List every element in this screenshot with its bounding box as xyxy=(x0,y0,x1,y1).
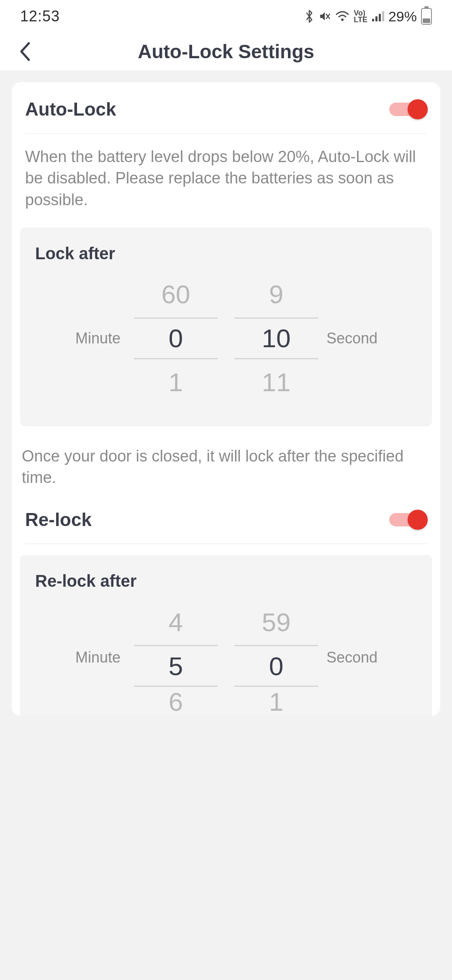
relock-after-block: Re-lock after Minute 4 5 6 59 0 1 Second xyxy=(20,555,432,716)
minute-selected: 5 xyxy=(134,645,218,687)
battery-percent: 29% xyxy=(388,8,417,25)
relock-after-title: Re-lock after xyxy=(33,572,419,591)
mute-icon xyxy=(318,10,331,23)
minute-prev: 60 xyxy=(162,271,190,317)
status-icons: Vo)LTE 29% xyxy=(304,8,432,25)
relock-after-picker[interactable]: Minute 4 5 6 59 0 1 Second xyxy=(33,599,419,716)
status-time: 12:53 xyxy=(20,8,60,25)
minute-prev: 4 xyxy=(169,599,183,645)
lock-after-block: Lock after Minute 60 0 1 9 10 11 Second xyxy=(20,227,432,426)
battery-icon xyxy=(421,8,432,25)
page-title: Auto-Lock Settings xyxy=(0,40,452,63)
minute-next: 1 xyxy=(169,359,183,405)
autolock-toggle[interactable] xyxy=(389,99,427,119)
status-bar: 12:53 Vo)LTE 29% xyxy=(0,0,452,33)
svg-rect-6 xyxy=(382,11,384,21)
second-picker[interactable]: 59 0 1 xyxy=(234,599,318,716)
second-label: Second xyxy=(326,649,393,666)
second-prev: 9 xyxy=(269,271,283,317)
minute-picker[interactable]: 60 0 1 xyxy=(134,271,218,405)
minute-next: 6 xyxy=(169,687,183,716)
minute-selected: 0 xyxy=(134,317,218,359)
header: Auto-Lock Settings xyxy=(0,33,452,70)
bluetooth-icon xyxy=(304,9,314,23)
relock-row: Re-lock xyxy=(12,501,440,544)
second-next: 1 xyxy=(269,687,283,716)
page-body: Auto-Lock When the battery level drops b… xyxy=(0,70,452,980)
second-picker[interactable]: 9 10 11 xyxy=(234,271,318,405)
autolock-row: Auto-Lock xyxy=(12,82,440,133)
autolock-label: Auto-Lock xyxy=(25,99,116,120)
signal-icon xyxy=(372,10,384,22)
volte-icon: Vo)LTE xyxy=(354,10,367,23)
back-button[interactable] xyxy=(13,39,38,64)
svg-point-2 xyxy=(341,18,344,21)
relock-label: Re-lock xyxy=(25,509,92,530)
second-selected: 0 xyxy=(234,645,318,687)
second-selected: 10 xyxy=(234,317,318,359)
second-prev: 59 xyxy=(262,599,291,645)
svg-rect-5 xyxy=(379,14,381,21)
second-label: Second xyxy=(326,330,393,347)
svg-rect-3 xyxy=(372,19,374,21)
minute-label: Minute xyxy=(59,330,126,347)
minute-label: Minute xyxy=(59,649,126,666)
autolock-warning: When the battery level drops below 20%, … xyxy=(12,134,440,227)
svg-rect-4 xyxy=(375,16,378,21)
minute-picker[interactable]: 4 5 6 xyxy=(134,599,218,716)
settings-card: Auto-Lock When the battery level drops b… xyxy=(12,82,440,716)
second-next: 11 xyxy=(262,359,291,405)
lock-after-picker[interactable]: Minute 60 0 1 9 10 11 Second xyxy=(33,271,419,405)
lock-after-title: Lock after xyxy=(33,244,419,263)
lock-after-desc: Once your door is closed, it will lock a… xyxy=(12,435,440,501)
wifi-icon xyxy=(335,10,349,22)
relock-toggle[interactable] xyxy=(389,510,427,530)
